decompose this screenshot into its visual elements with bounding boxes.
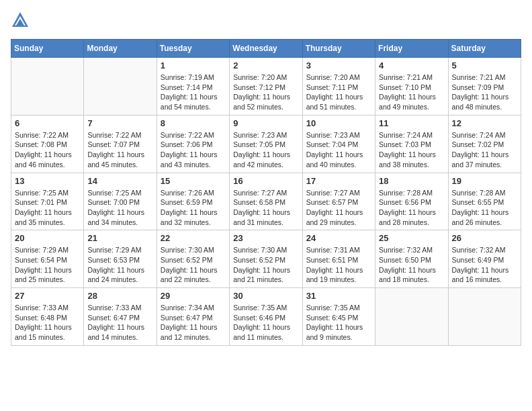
- day-number: 23: [233, 233, 298, 243]
- day-number: 20: [15, 233, 80, 243]
- day-number: 18: [379, 176, 444, 186]
- day-info: Sunrise: 7:34 AM Sunset: 6:47 PM Dayligh…: [161, 303, 226, 342]
- calendar-cell: 20Sunrise: 7:29 AM Sunset: 6:54 PM Dayli…: [11, 230, 84, 288]
- day-info: Sunrise: 7:35 AM Sunset: 6:46 PM Dayligh…: [233, 303, 298, 342]
- day-number: 25: [379, 233, 444, 243]
- day-number: 29: [161, 291, 226, 301]
- calendar-header-saturday: Saturday: [448, 40, 521, 58]
- day-number: 10: [306, 118, 371, 128]
- logo-icon: [11, 11, 30, 32]
- day-info: Sunrise: 7:23 AM Sunset: 7:04 PM Dayligh…: [306, 130, 371, 170]
- page-header: [11, 11, 521, 32]
- day-info: Sunrise: 7:31 AM Sunset: 6:51 PM Dayligh…: [306, 245, 371, 285]
- calendar-cell: 22Sunrise: 7:30 AM Sunset: 6:52 PM Dayli…: [157, 230, 229, 288]
- day-info: Sunrise: 7:27 AM Sunset: 6:58 PM Dayligh…: [233, 188, 298, 228]
- day-number: 19: [452, 176, 517, 186]
- day-info: Sunrise: 7:24 AM Sunset: 7:03 PM Dayligh…: [379, 130, 444, 170]
- calendar-cell: 31Sunrise: 7:35 AM Sunset: 6:45 PM Dayli…: [302, 288, 375, 346]
- calendar-week-row: 1Sunrise: 7:19 AM Sunset: 7:14 PM Daylig…: [11, 58, 521, 116]
- day-info: Sunrise: 7:33 AM Sunset: 6:47 PM Dayligh…: [87, 303, 152, 342]
- day-number: 16: [233, 176, 298, 186]
- day-info: Sunrise: 7:20 AM Sunset: 7:11 PM Dayligh…: [306, 73, 371, 112]
- day-number: 13: [15, 176, 80, 186]
- calendar-cell: 14Sunrise: 7:25 AM Sunset: 7:00 PM Dayli…: [84, 173, 157, 230]
- calendar-week-row: 27Sunrise: 7:33 AM Sunset: 6:48 PM Dayli…: [11, 288, 521, 346]
- day-info: Sunrise: 7:20 AM Sunset: 7:12 PM Dayligh…: [233, 73, 298, 112]
- calendar-cell: 30Sunrise: 7:35 AM Sunset: 6:46 PM Dayli…: [230, 288, 302, 346]
- day-number: 30: [233, 291, 298, 301]
- day-info: Sunrise: 7:21 AM Sunset: 7:09 PM Dayligh…: [452, 73, 517, 112]
- calendar-week-row: 20Sunrise: 7:29 AM Sunset: 6:54 PM Dayli…: [11, 230, 521, 288]
- day-number: 24: [306, 233, 371, 243]
- calendar-header-row: SundayMondayTuesdayWednesdayThursdayFrid…: [11, 40, 521, 58]
- calendar-cell: 17Sunrise: 7:27 AM Sunset: 6:57 PM Dayli…: [302, 173, 375, 230]
- day-info: Sunrise: 7:24 AM Sunset: 7:02 PM Dayligh…: [452, 130, 517, 170]
- calendar-week-row: 6Sunrise: 7:22 AM Sunset: 7:08 PM Daylig…: [11, 115, 521, 173]
- calendar-cell: [375, 288, 448, 346]
- day-info: Sunrise: 7:30 AM Sunset: 6:52 PM Dayligh…: [233, 245, 298, 285]
- day-number: 9: [233, 118, 298, 128]
- day-info: Sunrise: 7:32 AM Sunset: 6:50 PM Dayligh…: [379, 245, 444, 285]
- calendar-cell: 23Sunrise: 7:30 AM Sunset: 6:52 PM Dayli…: [230, 230, 302, 288]
- day-info: Sunrise: 7:21 AM Sunset: 7:10 PM Dayligh…: [379, 73, 444, 112]
- day-number: 26: [452, 233, 517, 243]
- calendar-cell: 25Sunrise: 7:32 AM Sunset: 6:50 PM Dayli…: [375, 230, 448, 288]
- calendar-header-friday: Friday: [375, 40, 448, 58]
- day-info: Sunrise: 7:22 AM Sunset: 7:06 PM Dayligh…: [161, 130, 226, 170]
- calendar-header-thursday: Thursday: [302, 40, 375, 58]
- day-number: 22: [161, 233, 226, 243]
- day-number: 2: [233, 60, 298, 71]
- calendar-cell: 26Sunrise: 7:32 AM Sunset: 6:49 PM Dayli…: [448, 230, 521, 288]
- calendar-cell: 6Sunrise: 7:22 AM Sunset: 7:08 PM Daylig…: [11, 115, 84, 173]
- calendar-cell: 11Sunrise: 7:24 AM Sunset: 7:03 PM Dayli…: [375, 115, 448, 173]
- calendar-cell: 3Sunrise: 7:20 AM Sunset: 7:11 PM Daylig…: [302, 58, 375, 116]
- calendar-header-monday: Monday: [84, 40, 157, 58]
- calendar-cell: [11, 58, 84, 116]
- calendar-cell: 12Sunrise: 7:24 AM Sunset: 7:02 PM Dayli…: [448, 115, 521, 173]
- day-info: Sunrise: 7:19 AM Sunset: 7:14 PM Dayligh…: [161, 73, 226, 112]
- calendar-cell: 9Sunrise: 7:23 AM Sunset: 7:05 PM Daylig…: [230, 115, 302, 173]
- day-number: 28: [87, 291, 152, 301]
- calendar-cell: 24Sunrise: 7:31 AM Sunset: 6:51 PM Dayli…: [302, 230, 375, 288]
- day-info: Sunrise: 7:29 AM Sunset: 6:54 PM Dayligh…: [15, 245, 80, 285]
- day-info: Sunrise: 7:25 AM Sunset: 7:00 PM Dayligh…: [87, 188, 152, 228]
- calendar-cell: 5Sunrise: 7:21 AM Sunset: 7:09 PM Daylig…: [448, 58, 521, 116]
- day-info: Sunrise: 7:29 AM Sunset: 6:53 PM Dayligh…: [87, 245, 152, 285]
- day-number: 15: [161, 176, 226, 186]
- day-info: Sunrise: 7:26 AM Sunset: 6:59 PM Dayligh…: [161, 188, 226, 228]
- day-info: Sunrise: 7:22 AM Sunset: 7:08 PM Dayligh…: [15, 130, 80, 170]
- calendar-cell: 7Sunrise: 7:22 AM Sunset: 7:07 PM Daylig…: [84, 115, 157, 173]
- day-info: Sunrise: 7:25 AM Sunset: 7:01 PM Dayligh…: [15, 188, 80, 228]
- calendar-cell: 19Sunrise: 7:28 AM Sunset: 6:55 PM Dayli…: [448, 173, 521, 230]
- day-number: 21: [87, 233, 152, 243]
- calendar-cell: 21Sunrise: 7:29 AM Sunset: 6:53 PM Dayli…: [84, 230, 157, 288]
- day-info: Sunrise: 7:22 AM Sunset: 7:07 PM Dayligh…: [87, 130, 152, 170]
- calendar-week-row: 13Sunrise: 7:25 AM Sunset: 7:01 PM Dayli…: [11, 173, 521, 230]
- calendar-cell: 8Sunrise: 7:22 AM Sunset: 7:06 PM Daylig…: [157, 115, 229, 173]
- day-info: Sunrise: 7:32 AM Sunset: 6:49 PM Dayligh…: [452, 245, 517, 285]
- day-info: Sunrise: 7:23 AM Sunset: 7:05 PM Dayligh…: [233, 130, 298, 170]
- day-number: 7: [87, 118, 152, 128]
- calendar-cell: 28Sunrise: 7:33 AM Sunset: 6:47 PM Dayli…: [84, 288, 157, 346]
- logo: [11, 11, 32, 32]
- day-info: Sunrise: 7:33 AM Sunset: 6:48 PM Dayligh…: [15, 303, 80, 342]
- calendar-cell: 13Sunrise: 7:25 AM Sunset: 7:01 PM Dayli…: [11, 173, 84, 230]
- day-info: Sunrise: 7:27 AM Sunset: 6:57 PM Dayligh…: [306, 188, 371, 228]
- calendar-cell: 27Sunrise: 7:33 AM Sunset: 6:48 PM Dayli…: [11, 288, 84, 346]
- calendar-header-sunday: Sunday: [11, 40, 84, 58]
- day-number: 14: [87, 176, 152, 186]
- calendar-cell: 18Sunrise: 7:28 AM Sunset: 6:56 PM Dayli…: [375, 173, 448, 230]
- calendar-table: SundayMondayTuesdayWednesdayThursdayFrid…: [11, 39, 521, 346]
- calendar-cell: 1Sunrise: 7:19 AM Sunset: 7:14 PM Daylig…: [157, 58, 229, 116]
- calendar-cell: 15Sunrise: 7:26 AM Sunset: 6:59 PM Dayli…: [157, 173, 229, 230]
- calendar-cell: 2Sunrise: 7:20 AM Sunset: 7:12 PM Daylig…: [230, 58, 302, 116]
- calendar-cell: 29Sunrise: 7:34 AM Sunset: 6:47 PM Dayli…: [157, 288, 229, 346]
- day-info: Sunrise: 7:30 AM Sunset: 6:52 PM Dayligh…: [161, 245, 226, 285]
- day-info: Sunrise: 7:35 AM Sunset: 6:45 PM Dayligh…: [306, 303, 371, 342]
- calendar-cell: 16Sunrise: 7:27 AM Sunset: 6:58 PM Dayli…: [230, 173, 302, 230]
- day-number: 3: [306, 60, 371, 71]
- calendar-header-tuesday: Tuesday: [157, 40, 229, 58]
- day-number: 31: [306, 291, 371, 301]
- day-number: 8: [161, 118, 226, 128]
- calendar-cell: 10Sunrise: 7:23 AM Sunset: 7:04 PM Dayli…: [302, 115, 375, 173]
